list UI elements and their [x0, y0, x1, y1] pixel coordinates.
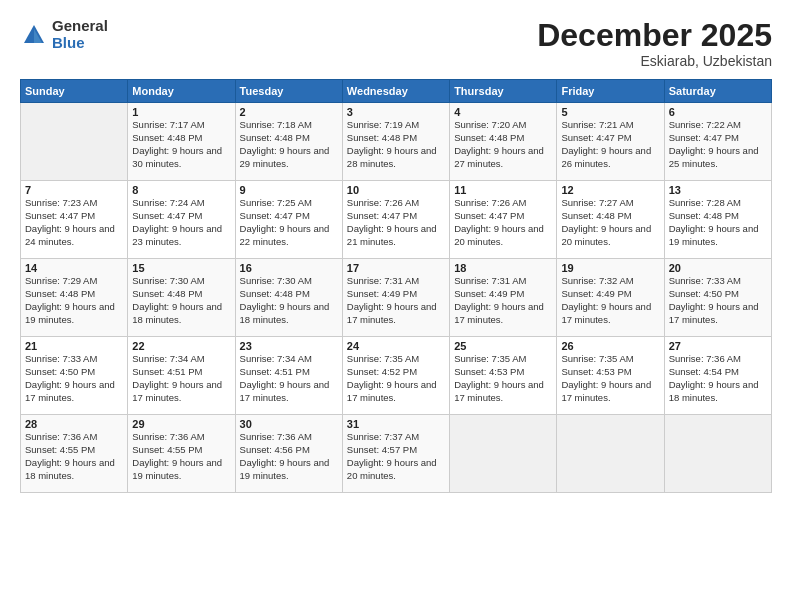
- calendar-cell: 8 Sunrise: 7:24 AMSunset: 4:47 PMDayligh…: [128, 181, 235, 259]
- day-number: 7: [25, 184, 123, 196]
- logo: General Blue: [20, 18, 108, 51]
- day-number: 15: [132, 262, 230, 274]
- day-number: 29: [132, 418, 230, 430]
- day-number: 31: [347, 418, 445, 430]
- calendar-cell: 19 Sunrise: 7:32 AMSunset: 4:49 PMDaylig…: [557, 259, 664, 337]
- day-detail: Sunrise: 7:36 AMSunset: 4:55 PMDaylight:…: [132, 431, 222, 480]
- day-number: 17: [347, 262, 445, 274]
- calendar-cell: 14 Sunrise: 7:29 AMSunset: 4:48 PMDaylig…: [21, 259, 128, 337]
- calendar-cell: 25 Sunrise: 7:35 AMSunset: 4:53 PMDaylig…: [450, 337, 557, 415]
- day-detail: Sunrise: 7:20 AMSunset: 4:48 PMDaylight:…: [454, 119, 544, 168]
- day-number: 16: [240, 262, 338, 274]
- calendar-cell: [664, 415, 771, 493]
- day-detail: Sunrise: 7:28 AMSunset: 4:48 PMDaylight:…: [669, 197, 759, 246]
- day-detail: Sunrise: 7:35 AMSunset: 4:52 PMDaylight:…: [347, 353, 437, 402]
- day-detail: Sunrise: 7:33 AMSunset: 4:50 PMDaylight:…: [669, 275, 759, 324]
- calendar-cell: [557, 415, 664, 493]
- calendar-cell: 17 Sunrise: 7:31 AMSunset: 4:49 PMDaylig…: [342, 259, 449, 337]
- day-detail: Sunrise: 7:35 AMSunset: 4:53 PMDaylight:…: [454, 353, 544, 402]
- header-day-wednesday: Wednesday: [342, 80, 449, 103]
- day-number: 13: [669, 184, 767, 196]
- calendar-week-row: 14 Sunrise: 7:29 AMSunset: 4:48 PMDaylig…: [21, 259, 772, 337]
- header-day-sunday: Sunday: [21, 80, 128, 103]
- day-number: 1: [132, 106, 230, 118]
- title-block: December 2025 Eskiarab, Uzbekistan: [537, 18, 772, 69]
- day-number: 2: [240, 106, 338, 118]
- logo-general-text: General: [52, 18, 108, 35]
- day-number: 4: [454, 106, 552, 118]
- header-day-thursday: Thursday: [450, 80, 557, 103]
- calendar-cell: 29 Sunrise: 7:36 AMSunset: 4:55 PMDaylig…: [128, 415, 235, 493]
- calendar-cell: 7 Sunrise: 7:23 AMSunset: 4:47 PMDayligh…: [21, 181, 128, 259]
- calendar-cell: 24 Sunrise: 7:35 AMSunset: 4:52 PMDaylig…: [342, 337, 449, 415]
- calendar-cell: 9 Sunrise: 7:25 AMSunset: 4:47 PMDayligh…: [235, 181, 342, 259]
- day-detail: Sunrise: 7:19 AMSunset: 4:48 PMDaylight:…: [347, 119, 437, 168]
- calendar-cell: 3 Sunrise: 7:19 AMSunset: 4:48 PMDayligh…: [342, 103, 449, 181]
- day-detail: Sunrise: 7:31 AMSunset: 4:49 PMDaylight:…: [454, 275, 544, 324]
- calendar-cell: 31 Sunrise: 7:37 AMSunset: 4:57 PMDaylig…: [342, 415, 449, 493]
- day-detail: Sunrise: 7:34 AMSunset: 4:51 PMDaylight:…: [132, 353, 222, 402]
- calendar-cell: 4 Sunrise: 7:20 AMSunset: 4:48 PMDayligh…: [450, 103, 557, 181]
- day-number: 20: [669, 262, 767, 274]
- day-number: 28: [25, 418, 123, 430]
- logo-icon: [20, 21, 48, 49]
- day-detail: Sunrise: 7:21 AMSunset: 4:47 PMDaylight:…: [561, 119, 651, 168]
- header-day-tuesday: Tuesday: [235, 80, 342, 103]
- day-number: 12: [561, 184, 659, 196]
- day-number: 5: [561, 106, 659, 118]
- day-detail: Sunrise: 7:23 AMSunset: 4:47 PMDaylight:…: [25, 197, 115, 246]
- day-number: 30: [240, 418, 338, 430]
- day-detail: Sunrise: 7:36 AMSunset: 4:56 PMDaylight:…: [240, 431, 330, 480]
- day-detail: Sunrise: 7:31 AMSunset: 4:49 PMDaylight:…: [347, 275, 437, 324]
- calendar-cell: 1 Sunrise: 7:17 AMSunset: 4:48 PMDayligh…: [128, 103, 235, 181]
- header-day-saturday: Saturday: [664, 80, 771, 103]
- day-number: 21: [25, 340, 123, 352]
- main-title: December 2025: [537, 18, 772, 53]
- day-number: 24: [347, 340, 445, 352]
- calendar-cell: [21, 103, 128, 181]
- day-detail: Sunrise: 7:22 AMSunset: 4:47 PMDaylight:…: [669, 119, 759, 168]
- day-detail: Sunrise: 7:33 AMSunset: 4:50 PMDaylight:…: [25, 353, 115, 402]
- day-detail: Sunrise: 7:37 AMSunset: 4:57 PMDaylight:…: [347, 431, 437, 480]
- day-detail: Sunrise: 7:36 AMSunset: 4:55 PMDaylight:…: [25, 431, 115, 480]
- subtitle: Eskiarab, Uzbekistan: [537, 53, 772, 69]
- header-day-friday: Friday: [557, 80, 664, 103]
- day-detail: Sunrise: 7:30 AMSunset: 4:48 PMDaylight:…: [240, 275, 330, 324]
- calendar-cell: 6 Sunrise: 7:22 AMSunset: 4:47 PMDayligh…: [664, 103, 771, 181]
- day-number: 9: [240, 184, 338, 196]
- day-detail: Sunrise: 7:32 AMSunset: 4:49 PMDaylight:…: [561, 275, 651, 324]
- day-number: 27: [669, 340, 767, 352]
- calendar-cell: 28 Sunrise: 7:36 AMSunset: 4:55 PMDaylig…: [21, 415, 128, 493]
- logo-blue-text: Blue: [52, 35, 108, 52]
- calendar-cell: 18 Sunrise: 7:31 AMSunset: 4:49 PMDaylig…: [450, 259, 557, 337]
- header: General Blue December 2025 Eskiarab, Uzb…: [20, 18, 772, 69]
- day-detail: Sunrise: 7:35 AMSunset: 4:53 PMDaylight:…: [561, 353, 651, 402]
- calendar-cell: 13 Sunrise: 7:28 AMSunset: 4:48 PMDaylig…: [664, 181, 771, 259]
- calendar-cell: 10 Sunrise: 7:26 AMSunset: 4:47 PMDaylig…: [342, 181, 449, 259]
- calendar-cell: 26 Sunrise: 7:35 AMSunset: 4:53 PMDaylig…: [557, 337, 664, 415]
- day-detail: Sunrise: 7:30 AMSunset: 4:48 PMDaylight:…: [132, 275, 222, 324]
- day-number: 11: [454, 184, 552, 196]
- day-detail: Sunrise: 7:25 AMSunset: 4:47 PMDaylight:…: [240, 197, 330, 246]
- day-number: 6: [669, 106, 767, 118]
- day-detail: Sunrise: 7:26 AMSunset: 4:47 PMDaylight:…: [454, 197, 544, 246]
- calendar-cell: [450, 415, 557, 493]
- day-number: 18: [454, 262, 552, 274]
- calendar-cell: 16 Sunrise: 7:30 AMSunset: 4:48 PMDaylig…: [235, 259, 342, 337]
- day-detail: Sunrise: 7:36 AMSunset: 4:54 PMDaylight:…: [669, 353, 759, 402]
- calendar-header-row: SundayMondayTuesdayWednesdayThursdayFrid…: [21, 80, 772, 103]
- day-number: 3: [347, 106, 445, 118]
- day-detail: Sunrise: 7:29 AMSunset: 4:48 PMDaylight:…: [25, 275, 115, 324]
- day-number: 8: [132, 184, 230, 196]
- day-number: 23: [240, 340, 338, 352]
- calendar-week-row: 28 Sunrise: 7:36 AMSunset: 4:55 PMDaylig…: [21, 415, 772, 493]
- calendar-week-row: 1 Sunrise: 7:17 AMSunset: 4:48 PMDayligh…: [21, 103, 772, 181]
- day-number: 14: [25, 262, 123, 274]
- calendar-cell: 5 Sunrise: 7:21 AMSunset: 4:47 PMDayligh…: [557, 103, 664, 181]
- calendar-cell: 2 Sunrise: 7:18 AMSunset: 4:48 PMDayligh…: [235, 103, 342, 181]
- day-detail: Sunrise: 7:24 AMSunset: 4:47 PMDaylight:…: [132, 197, 222, 246]
- calendar-cell: 22 Sunrise: 7:34 AMSunset: 4:51 PMDaylig…: [128, 337, 235, 415]
- day-detail: Sunrise: 7:34 AMSunset: 4:51 PMDaylight:…: [240, 353, 330, 402]
- calendar-cell: 23 Sunrise: 7:34 AMSunset: 4:51 PMDaylig…: [235, 337, 342, 415]
- day-number: 26: [561, 340, 659, 352]
